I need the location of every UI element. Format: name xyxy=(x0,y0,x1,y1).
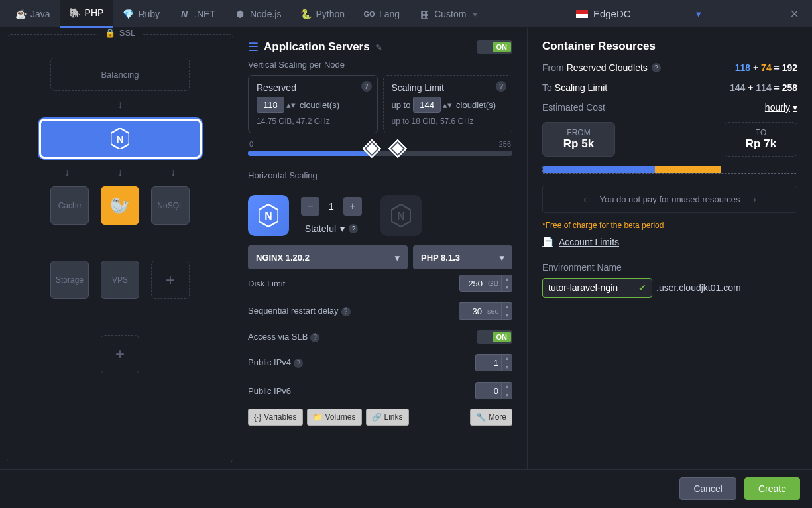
menu-icon[interactable]: ☰ xyxy=(248,40,259,54)
tab-go[interactable]: GOLang xyxy=(354,0,409,28)
app-server-toggle[interactable]: ON xyxy=(477,40,513,54)
slb-toggle[interactable]: ON xyxy=(477,330,513,344)
nosql-node[interactable]: NoSQL xyxy=(151,186,190,225)
php-icon: 🐘 xyxy=(69,7,81,19)
svg-text:N: N xyxy=(397,210,404,222)
ruby-icon: 💎 xyxy=(122,8,134,20)
cloudlet-slider[interactable] xyxy=(248,151,512,156)
mariadb-icon: 🦭 xyxy=(110,196,130,215)
dotnet-icon: N xyxy=(178,8,190,20)
scaling-mode-select[interactable]: Stateful▾? xyxy=(305,223,358,234)
horizontal-scaling-label: Horizontal Scaling xyxy=(240,168,520,186)
wrench-icon: 🔧 xyxy=(476,413,486,422)
cache-node[interactable]: Cache xyxy=(50,186,89,225)
info-icon[interactable]: ? xyxy=(310,333,319,342)
server-select[interactable]: NGINX 1.20.2▾ xyxy=(248,245,408,269)
info-icon[interactable]: ? xyxy=(652,63,661,72)
ipv4-input[interactable]: 1▴▾ xyxy=(475,354,512,371)
nginx-icon: N xyxy=(111,128,129,149)
arrow-down-icon: ↓ xyxy=(64,166,70,178)
account-limits-link[interactable]: 📄Account Limits xyxy=(542,237,797,247)
cancel-button[interactable]: Cancel xyxy=(679,477,736,500)
tab-php[interactable]: 🐘PHP xyxy=(60,0,113,28)
add-node-button[interactable]: + xyxy=(151,261,190,299)
flag-icon xyxy=(576,10,588,18)
edit-icon[interactable]: ✎ xyxy=(375,42,382,52)
svg-text:N: N xyxy=(117,134,124,145)
folder-icon: 📁 xyxy=(313,413,323,422)
go-icon: GO xyxy=(363,8,375,20)
env-name-input[interactable] xyxy=(548,283,634,293)
app-server-node[interactable]: N xyxy=(39,119,202,159)
volumes-button[interactable]: 📁Volumes xyxy=(307,409,362,426)
vps-node[interactable]: VPS xyxy=(101,261,139,299)
link-icon: 🔗 xyxy=(372,413,382,422)
decrement-button[interactable]: − xyxy=(301,197,319,216)
nginx-icon: N xyxy=(259,204,278,227)
nodejs-icon: ⬢ xyxy=(234,8,246,20)
usage-bar xyxy=(542,166,797,174)
node-count: 1 xyxy=(323,201,339,212)
section-title: Application Servers xyxy=(264,40,370,54)
chevron-down-icon: ▾ xyxy=(500,253,504,263)
domain-suffix: .user.cloudjkt01.com xyxy=(656,283,741,293)
limit-input[interactable]: 144 xyxy=(413,97,441,113)
env-name-label: Environment Name xyxy=(542,262,797,273)
ssl-badge[interactable]: 🔒SSL xyxy=(98,28,143,38)
topology-panel: 🔒SSL Balancing ↓ N ↓↓↓ Cache 🦭 NoSQL Sto… xyxy=(7,34,233,462)
region-selector[interactable]: EdgeDC▾ xyxy=(567,0,711,28)
chevron-down-icon: ▾ xyxy=(793,102,797,113)
info-icon[interactable]: ? xyxy=(341,307,351,316)
create-button[interactable]: Create xyxy=(744,477,800,500)
restart-delay-input[interactable]: 30sec▴▾ xyxy=(459,302,512,320)
arrow-down-icon: ↓ xyxy=(117,166,123,178)
arrow-down-icon: ↓ xyxy=(117,99,123,111)
variables-button[interactable]: {·}Variables xyxy=(248,409,303,426)
hs-active-node[interactable]: N xyxy=(248,195,289,236)
lock-icon: 🔒 xyxy=(105,28,115,38)
tab-dotnet[interactable]: N.NET xyxy=(169,0,225,28)
java-icon: ☕ xyxy=(15,8,27,20)
svg-text:N: N xyxy=(264,210,272,222)
info-icon[interactable]: ? xyxy=(361,81,372,92)
reserved-card: ? Reserved 118▴▾cloudlet(s) 14.75 GiB, 4… xyxy=(248,75,378,133)
reserved-input[interactable]: 118 xyxy=(257,97,284,113)
vertical-scaling-label: Vertical Scaling per Node xyxy=(240,57,520,75)
free-note: *Free of charge for the beta period xyxy=(542,221,797,230)
spinner-icon[interactable]: ▴▾ xyxy=(443,100,452,110)
python-icon: 🐍 xyxy=(300,8,312,20)
storage-node[interactable]: Storage xyxy=(50,261,89,299)
next-note[interactable]: › xyxy=(754,194,756,204)
nginx-icon: N xyxy=(391,204,411,227)
rate-select[interactable]: hourly▾ xyxy=(765,102,797,113)
chevron-down-icon: ▾ xyxy=(395,253,400,263)
tab-ruby[interactable]: 💎Ruby xyxy=(113,0,169,28)
runtime-select[interactable]: PHP 8.1.3▾ xyxy=(413,245,512,269)
tab-custom[interactable]: ▦Custom▾ xyxy=(409,0,487,28)
prev-note[interactable]: ‹ xyxy=(583,194,586,204)
sql-node[interactable]: 🦭 xyxy=(101,186,139,225)
ipv6-input[interactable]: 0▴▾ xyxy=(475,382,512,399)
add-extra-button[interactable]: + xyxy=(101,335,139,373)
info-icon[interactable]: ? xyxy=(496,81,506,92)
arrow-down-icon: ↓ xyxy=(170,166,176,178)
info-icon[interactable]: ? xyxy=(349,224,358,233)
price-to-card: TORp 7k xyxy=(725,122,797,157)
tab-nodejs[interactable]: ⬢Node.js xyxy=(225,0,290,28)
info-icon[interactable]: ? xyxy=(294,359,303,368)
price-from-card: FROMRp 5k xyxy=(542,122,615,157)
disk-limit-input[interactable]: 250GB▴▾ xyxy=(459,275,512,292)
hs-ghost-node: N xyxy=(380,195,422,236)
tab-python[interactable]: 🐍Python xyxy=(290,0,354,28)
balancing-node[interactable]: Balancing xyxy=(50,58,190,91)
custom-icon: ▦ xyxy=(418,8,430,20)
spinner-icon[interactable]: ▴▾ xyxy=(286,100,296,110)
limit-card: ? Scaling Limit up to 144▴▾cloudlet(s) u… xyxy=(383,75,513,133)
increment-button[interactable]: + xyxy=(343,197,362,216)
close-icon[interactable]: × xyxy=(790,5,799,23)
resources-title: Container Resources xyxy=(542,40,797,53)
tab-java[interactable]: ☕Java xyxy=(5,0,60,28)
more-button[interactable]: 🔧More xyxy=(470,409,512,426)
language-tabs: ☕Java 🐘PHP 💎Ruby N.NET ⬢Node.js 🐍Python … xyxy=(0,0,812,28)
links-button[interactable]: 🔗Links xyxy=(366,409,409,426)
